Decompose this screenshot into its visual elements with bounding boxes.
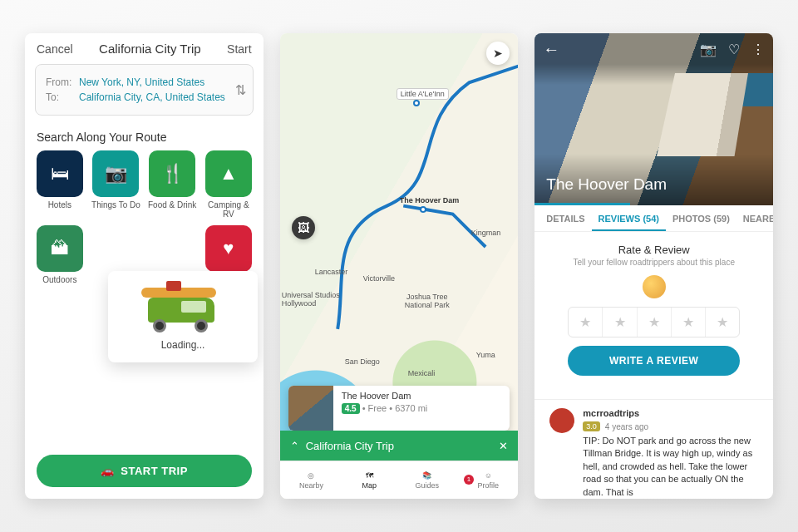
more-icon[interactable]: ⋮ bbox=[751, 42, 765, 57]
review-author[interactable]: mcrroadtrips bbox=[583, 408, 639, 418]
category-food-drink[interactable]: 🍴 Food & Drink bbox=[147, 150, 197, 219]
trip-bar[interactable]: ⌃ California City Trip ✕ bbox=[280, 431, 519, 461]
write-review-button[interactable]: WRITE A REVIEW bbox=[568, 346, 740, 376]
nav-guides[interactable]: 📚Guides bbox=[415, 471, 439, 490]
loading-text: Loading... bbox=[161, 339, 205, 351]
star-4[interactable]: ★ bbox=[672, 308, 706, 337]
tent-icon: ▲ bbox=[219, 163, 238, 185]
star-3[interactable]: ★ bbox=[638, 308, 672, 337]
tab-details[interactable]: DETAILS bbox=[539, 205, 591, 231]
star-5[interactable]: ★ bbox=[706, 308, 739, 337]
map-icon: 🗺 bbox=[366, 471, 373, 480]
to-label: To: bbox=[46, 91, 74, 103]
place-title: The Hoover Dam bbox=[546, 175, 667, 194]
category-label: Things To Do bbox=[91, 200, 140, 209]
loading-card: Loading... bbox=[108, 271, 258, 362]
start-link[interactable]: Start bbox=[227, 42, 252, 56]
category-label: Outdoors bbox=[42, 275, 76, 284]
map-label-lancaster: Lancaster bbox=[315, 268, 348, 276]
place-popup-card[interactable]: The Hoover Dam 4.5 • Free • 6370 mi bbox=[288, 386, 510, 431]
location-arrow-icon: ➤ bbox=[493, 47, 503, 60]
map-label-universal: Universal Studios Hollywood bbox=[282, 291, 340, 308]
category-outdoors[interactable]: 🏔 Outdoors bbox=[35, 225, 85, 293]
notification-badge: 1 bbox=[464, 475, 474, 485]
chevron-up-icon: ⌃ bbox=[290, 440, 299, 452]
category-things-to-do[interactable]: 📷 Things To Do bbox=[91, 150, 141, 219]
car-icon: 🚗 bbox=[101, 465, 115, 477]
profile-icon: ☺ bbox=[485, 471, 492, 480]
star-rating-input[interactable]: ★ ★ ★ ★ ★ bbox=[568, 307, 740, 337]
category-hotels[interactable]: 🛏 Hotels bbox=[35, 150, 85, 219]
bed-icon: 🛏 bbox=[51, 163, 69, 185]
map-label-sandiego: San Diego bbox=[345, 357, 380, 366]
phone-trip-planner: Cancel California City Trip Start From: … bbox=[25, 33, 264, 499]
header: Cancel California City Trip Start bbox=[25, 33, 264, 64]
mountain-icon: 🏔 bbox=[51, 238, 69, 259]
popup-thumbnail bbox=[288, 386, 333, 431]
section-title: Search Along Your Route bbox=[37, 131, 252, 144]
hero-image: ← 📷 ♡ ⋮ The Hoover Dam bbox=[534, 33, 773, 205]
back-icon[interactable]: ← bbox=[543, 40, 559, 59]
nearby-icon: ◎ bbox=[308, 471, 314, 480]
avatar[interactable] bbox=[549, 408, 574, 433]
nav-label: Guides bbox=[415, 481, 439, 490]
tab-reviews[interactable]: REVIEWS (54) bbox=[592, 205, 666, 231]
category-label: Camping & RV bbox=[204, 200, 254, 219]
map-label-yuma: Yuma bbox=[476, 351, 495, 359]
phone-map: ➤ 🖼 Little A'Le'Inn The Hoover Dam Kingm… bbox=[280, 33, 519, 499]
map-label-hoover: The Hoover Dam bbox=[400, 196, 460, 204]
swap-icon[interactable]: ⇅ bbox=[235, 82, 246, 98]
review-rating-badge: 3.0 bbox=[583, 421, 600, 431]
tab-photos[interactable]: PHOTOS (59) bbox=[666, 205, 736, 231]
from-label: From: bbox=[46, 76, 74, 88]
food-icon: 🍴 bbox=[161, 163, 184, 185]
nav-label: Map bbox=[362, 481, 377, 490]
rate-subtitle: Tell your fellow roadtrippers about this… bbox=[549, 258, 758, 267]
bottom-nav: ◎Nearby 🗺Map 📚Guides ☺Profile 1 bbox=[280, 461, 519, 499]
nav-nearby[interactable]: ◎Nearby bbox=[299, 471, 323, 490]
phone-place-detail: ← 📷 ♡ ⋮ The Hoover Dam DETAILS REVIEWS (… bbox=[534, 33, 773, 499]
start-trip-label: START TRIP bbox=[121, 465, 188, 477]
category-label: Hotels bbox=[48, 200, 71, 209]
camera-icon[interactable]: 📷 bbox=[700, 42, 717, 57]
guides-icon: 📚 bbox=[422, 471, 431, 480]
nav-map[interactable]: 🗺Map bbox=[362, 471, 377, 490]
cancel-button[interactable]: Cancel bbox=[37, 42, 73, 56]
rate-title: Rate & Review bbox=[549, 244, 758, 256]
map-label-kingman: Kingman bbox=[471, 229, 501, 237]
photo-icon: 🖼 bbox=[298, 221, 309, 234]
star-2[interactable]: ★ bbox=[603, 308, 637, 337]
trip-bar-title: California City Trip bbox=[306, 440, 394, 452]
popup-rating-badge: 4.5 bbox=[342, 403, 360, 414]
map-pin-hoover[interactable] bbox=[420, 206, 426, 213]
nav-label: Nearby bbox=[299, 481, 323, 490]
start-trip-button[interactable]: 🚗 START TRIP bbox=[37, 455, 252, 487]
nav-label: Profile bbox=[478, 481, 500, 490]
from-value[interactable]: New York, NY, United States bbox=[79, 76, 204, 88]
map-label-victorville: Victorville bbox=[363, 274, 395, 283]
category-camping-rv[interactable]: ▲ Camping & RV bbox=[204, 150, 254, 219]
photos-toggle-button[interactable]: 🖼 bbox=[292, 216, 315, 239]
review-age: 4 years ago bbox=[605, 422, 648, 431]
van-illustration bbox=[133, 283, 233, 332]
star-1[interactable]: ★ bbox=[569, 308, 603, 337]
popup-meta: • Free • 6370 mi bbox=[362, 403, 428, 413]
route-input-box: From: New York, NY, United States To: Ca… bbox=[35, 64, 254, 116]
detail-tabs: DETAILS REVIEWS (54) PHOTOS (59) NEARBY … bbox=[534, 205, 773, 232]
map-label-mexicali: Mexicali bbox=[408, 369, 436, 377]
category-label: Food & Drink bbox=[148, 200, 196, 209]
nav-profile[interactable]: ☺Profile 1 bbox=[478, 471, 500, 490]
map-label-alien: Little A'Le'Inn bbox=[397, 88, 449, 100]
page-title: California City Trip bbox=[99, 42, 201, 56]
map-pin[interactable] bbox=[413, 100, 420, 106]
review-text: TIP: Do NOT park and go across the new T… bbox=[583, 435, 758, 499]
heart-icon[interactable]: ♡ bbox=[728, 42, 740, 57]
camera-icon: 📷 bbox=[105, 163, 127, 185]
close-icon[interactable]: ✕ bbox=[499, 440, 508, 452]
review-item: mcrroadtrips 3.0 4 years ago TIP: Do NOT… bbox=[534, 399, 773, 499]
coin-icon bbox=[643, 275, 666, 298]
tab-nearby[interactable]: NEARBY TRIPS bbox=[736, 205, 773, 231]
popup-title: The Hoover Dam bbox=[342, 391, 428, 401]
heart-icon: ♥ bbox=[223, 238, 234, 259]
to-value[interactable]: California City, CA, United States bbox=[79, 91, 225, 103]
